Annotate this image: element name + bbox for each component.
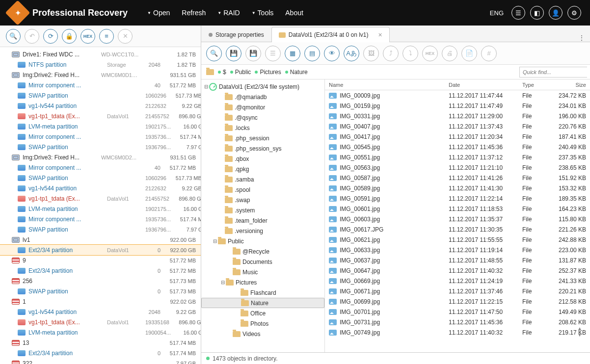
filter-icon[interactable]: ☰: [265, 46, 281, 61]
crumb-seg[interactable]: Nature: [285, 69, 308, 76]
lang-selector[interactable]: ENG: [490, 9, 504, 17]
dir-row[interactable]: .samba: [201, 174, 324, 184]
dir-row[interactable]: ⊟Pictures: [201, 277, 324, 287]
crumb-seg[interactable]: Pictures: [255, 69, 281, 76]
storage-row[interactable]: SWAP partition1060296517.73 MB: [0, 173, 201, 183]
storage-row[interactable]: Drive1: Fixed WDC ...WD-WCC1T0...1.82 TB: [0, 49, 201, 59]
nav-up-icon[interactable]: ▲: [577, 326, 582, 331]
dir-row[interactable]: .qpkg: [201, 164, 324, 174]
dir-row[interactable]: ⊟DataVol1 (Ext2/3/4 file system): [201, 81, 324, 92]
storage-row[interactable]: NTFS partitionStorage20481.82 TB: [0, 59, 201, 70]
dir-row[interactable]: Videos: [201, 329, 324, 339]
storage-row[interactable]: SWAP partition1060296517.73 MB: [0, 90, 201, 101]
menu-refresh[interactable]: Refresh: [182, 9, 206, 17]
storage-row[interactable]: 1922.02 GB: [0, 296, 201, 307]
file-row[interactable]: IMG_00749.jpg11.12.2017 11:40:32File219.…: [325, 327, 590, 338]
file-row[interactable]: IMG_00601.jpg11.12.2017 11:18:53File164.…: [325, 204, 590, 214]
dir-row[interactable]: .@qmariadb: [201, 92, 324, 102]
expand-icon[interactable]: ⊟: [220, 280, 226, 285]
hex-icon[interactable]: HEX: [80, 29, 95, 44]
tab-menu-icon[interactable]: ⋮: [573, 34, 590, 42]
storage-row[interactable]: SWAP partition1936796...7.97 GB: [0, 224, 201, 234]
search-icon[interactable]: 🔍: [206, 46, 222, 61]
storage-row[interactable]: SWAP partition0517.73 MB: [0, 286, 201, 296]
text-icon[interactable]: Aあ: [344, 46, 359, 61]
storage-row[interactable]: Ext2/3/4 partition0517.72 MB: [0, 265, 201, 276]
file-row[interactable]: IMG_00009.jpg11.12.2017 11:47:44File234.…: [325, 90, 590, 101]
file-row[interactable]: IMG_00551.jpg11.12.2017 11:37:12File237.…: [325, 152, 590, 162]
storage-row[interactable]: vg1-lv544 partition20489.22 GB: [0, 307, 201, 317]
storage-row[interactable]: Mirror component ...40517.72 MB: [0, 162, 201, 173]
storage-row[interactable]: LVM-meta partition1900054...16.00 GB: [0, 327, 201, 338]
breadcrumb[interactable]: $PublicPicturesNature: [201, 69, 519, 76]
file-list[interactable]: Name Date Type Size IMG_00009.jpg11.12.2…: [325, 79, 590, 352]
dir-row[interactable]: Music: [201, 267, 324, 277]
file-row[interactable]: IMG_00621.jpg11.12.2017 11:55:55File242.…: [325, 234, 590, 245]
file-row[interactable]: IMG_00603.jpg11.12.2017 11:35:37File115.…: [325, 214, 590, 224]
dir-row[interactable]: .swap: [201, 195, 324, 205]
file-row[interactable]: IMG_00545.jpg11.12.2017 11:45:36File240.…: [325, 142, 590, 152]
find-icon[interactable]: 🔍: [6, 29, 21, 44]
storage-row[interactable]: vg1-lv544 partition21226329.22 GB: [0, 101, 201, 111]
storage-row[interactable]: Mirror component ...1935736...517.74 MB: [0, 214, 201, 224]
dir-row[interactable]: Nature: [201, 298, 324, 308]
view-icon[interactable]: ▤: [304, 46, 320, 61]
dir-row[interactable]: .php_session_sys: [201, 143, 324, 154]
dir-row[interactable]: .@qsync: [201, 112, 324, 123]
col-type[interactable]: Type: [518, 82, 548, 88]
file-row[interactable]: IMG_00633.jpg11.12.2017 11:19:14File223.…: [325, 245, 590, 255]
file-row[interactable]: IMG_00731.jpg11.12.2017 11:45:36File208.…: [325, 317, 590, 327]
file-row[interactable]: IMG_00587.jpg11.12.2017 11:41:26File151.…: [325, 173, 590, 183]
list-icon[interactable]: ≡: [99, 29, 114, 44]
storage-row[interactable]: 9517.72 MB: [0, 255, 201, 265]
dir-row[interactable]: Office: [201, 308, 324, 318]
file-row[interactable]: IMG_00331.jpg11.12.2017 11:29:00File196.…: [325, 111, 590, 121]
dir-row[interactable]: Documents: [201, 257, 324, 267]
file-row[interactable]: IMG_00669.jpg11.12.2017 11:24:19File241.…: [325, 276, 590, 286]
file-row[interactable]: IMG_00563.jpg11.12.2017 11:21:10File238.…: [325, 162, 590, 173]
refresh-icon[interactable]: ⟳: [43, 29, 58, 44]
user-icon[interactable]: 👤: [549, 6, 563, 20]
col-date[interactable]: Date: [445, 82, 518, 88]
crumb-seg[interactable]: Public: [230, 69, 251, 76]
file-row[interactable]: IMG_00617.JPG11.12.2017 11:30:35File221.…: [325, 224, 590, 234]
storage-row[interactable]: lv1922.00 GB: [0, 234, 201, 245]
export-icon[interactable]: ⤴: [383, 46, 399, 61]
binoculars-icon[interactable]: 👁: [324, 46, 340, 61]
dir-row[interactable]: @Recycle: [201, 246, 324, 257]
file-row[interactable]: IMG_00701.jpg11.12.2017 11:47:50File149.…: [325, 307, 590, 317]
storage-row[interactable]: vg1-tp1_tdata (Ex...DataVol121455752896.…: [0, 111, 201, 121]
storage-row[interactable]: Img:Drive3: Fixed H...WMC6M0D2...931.51 …: [0, 152, 201, 162]
dir-row[interactable]: .php_session: [201, 133, 324, 143]
dir-row[interactable]: .locks: [201, 123, 324, 133]
storage-tree[interactable]: Drive1: Fixed WDC ...WD-WCC1T0...1.82 TB…: [0, 47, 201, 364]
storage-row[interactable]: 3227.97 GB: [0, 358, 201, 364]
import-icon[interactable]: ⤵: [402, 46, 418, 61]
dir-row[interactable]: .system: [201, 205, 324, 215]
crumb-seg[interactable]: $: [218, 69, 226, 76]
storage-row[interactable]: Ext2/3/4 partition0517.74 MB: [0, 348, 201, 358]
hex2-icon[interactable]: HEX: [422, 46, 438, 61]
file-row[interactable]: IMG_00647.jpg11.12.2017 11:40:32File252.…: [325, 265, 590, 276]
expand-icon[interactable]: ⊟: [203, 84, 209, 89]
storage-row[interactable]: Img:Drive2: Fixed H...WMC6M0D1P...931.51…: [0, 70, 201, 80]
storage-row[interactable]: Ext2/3/4 partitionDataVol10922.00 GB: [0, 245, 201, 255]
nav-down-icon[interactable]: ▼: [577, 332, 582, 338]
menu-about[interactable]: About: [285, 9, 303, 17]
dir-row[interactable]: .spool: [201, 184, 324, 195]
storage-row[interactable]: Mirror component ...1935736...517.74 MB: [0, 131, 201, 142]
tab-close-icon[interactable]: ×: [378, 31, 382, 39]
menu-raid[interactable]: ▼ RAID: [217, 9, 240, 17]
file-row[interactable]: IMG_00159.jpg11.12.2017 11:47:49File234.…: [325, 101, 590, 111]
dir-row[interactable]: .versioning: [201, 226, 324, 236]
file-row[interactable]: IMG_00637.jpg11.12.2017 11:48:55File131.…: [325, 255, 590, 265]
storage-row[interactable]: SWAP partition1936796...7.97 GB: [0, 142, 201, 152]
menu-open[interactable]: ▼ Open: [147, 9, 170, 17]
storage-row[interactable]: 256517.73 MB: [0, 276, 201, 286]
save-icon[interactable]: 💾: [226, 46, 241, 61]
panel-icon[interactable]: ◧: [530, 6, 544, 20]
storage-row[interactable]: LVM-meta partition1902175...16.00 GB: [0, 121, 201, 131]
dir-row[interactable]: .@qmonitor: [201, 102, 324, 112]
storage-row[interactable]: vg1-tp1_tdata (Ex...DataVol121455752896.…: [0, 193, 201, 204]
close-icon[interactable]: ✕: [118, 29, 133, 44]
